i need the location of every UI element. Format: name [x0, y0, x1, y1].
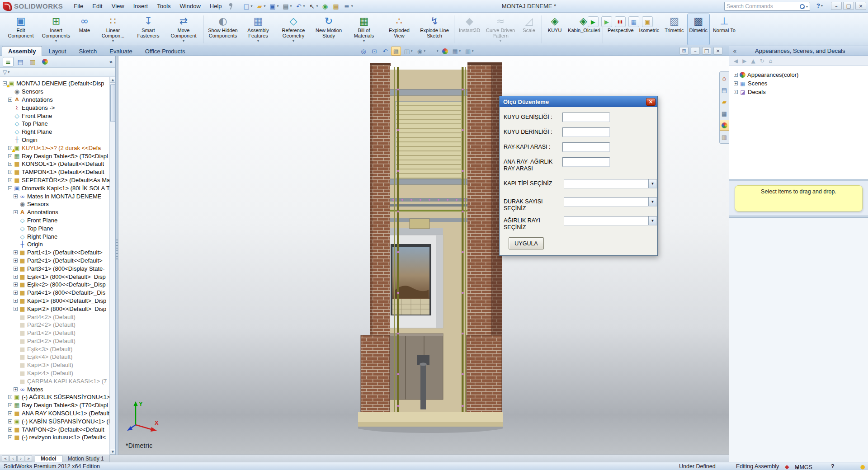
tree-item[interactable]: + TAMPON<1> (Default<<Default: [0, 168, 109, 176]
menu-item[interactable]: Insert: [129, 0, 153, 12]
tree-item[interactable]: Sensors: [0, 88, 109, 96]
field-input[interactable]: [562, 142, 610, 152]
playback-button[interactable]: [601, 16, 612, 27]
field-select[interactable]: ▼: [564, 197, 657, 207]
tree-item[interactable]: + (-) revizyon kutusu<1> (Default<: [0, 433, 109, 442]
select-dropdown-button[interactable]: ▼: [648, 216, 656, 225]
quick-toolbar-button[interactable]: ▾: [342, 1, 354, 11]
help-button[interactable]: ?▾: [816, 2, 823, 9]
tree-item[interactable]: Eşik<4> (Default): [0, 353, 109, 361]
tree-expander[interactable]: +: [14, 307, 18, 311]
ribbon-button[interactable]: KUYU ▾: [544, 14, 565, 45]
tree-expander[interactable]: +: [14, 210, 18, 214]
ribbon-button[interactable]: Linear Compon... ▾: [96, 14, 130, 45]
tree-item[interactable]: Right Plane: [0, 128, 109, 136]
ribbon-button[interactable]: ▾: [542, 15, 542, 43]
scroll-up-arrow[interactable]: ▲: [110, 77, 116, 83]
tree-item[interactable]: + Part2<1> (Default<<Default>: [0, 257, 109, 265]
heads-up-button[interactable]: ▾: [415, 47, 427, 56]
tab-motion-study[interactable]: Motion Study 1: [62, 455, 110, 462]
task-pane-tab[interactable]: [720, 132, 729, 142]
pin-menus-icon[interactable]: [228, 3, 234, 10]
tree-expander[interactable]: −: [3, 81, 7, 85]
pane-toolbar-button[interactable]: [760, 58, 764, 64]
tree-item[interactable]: − Otomatik Kapi<1> (80LİK SOLA T: [0, 184, 109, 192]
tree-expander[interactable]: +: [8, 435, 12, 439]
quick-toolbar-button[interactable]: ▾: [281, 1, 293, 11]
tree-item[interactable]: Top Plane: [0, 224, 109, 232]
tree-expander[interactable]: +: [14, 250, 18, 254]
tree-item[interactable]: Origin: [0, 240, 109, 249]
playback-button[interactable]: [615, 16, 626, 27]
tree-expander[interactable]: +: [8, 419, 12, 423]
tree-expander[interactable]: +: [8, 98, 12, 102]
command-tab[interactable]: Sketch: [72, 46, 103, 56]
tree-item[interactable]: + KONSOL<1> (Default<<Default: [0, 160, 109, 168]
quick-toolbar-button[interactable]: ▾: [321, 1, 330, 11]
tree-item[interactable]: + ANA RAY KONSOLU<1> (Default: [0, 409, 109, 418]
tree-expander[interactable]: +: [14, 299, 18, 303]
scroll-down-arrow[interactable]: ▼: [110, 449, 116, 455]
tree-expander[interactable]: +: [8, 154, 12, 158]
expand-panel-button[interactable]: »: [109, 58, 113, 65]
tree-item[interactable]: + KUYU<1>->? (2 durak <<Defa: [0, 144, 109, 152]
tree-item[interactable]: + Part4<1> (800<<Default>_Dis: [0, 289, 109, 297]
ribbon-button[interactable]: Normal To ▾: [711, 14, 738, 45]
menu-item[interactable]: View: [107, 0, 129, 12]
tree-expander[interactable]: −: [8, 186, 12, 190]
ribbon-button[interactable]: Show Hidden Components ▾: [206, 14, 240, 45]
ribbon-button[interactable]: Trimetric ▾: [662, 14, 686, 45]
tree-expander[interactable]: +: [8, 146, 12, 150]
tree-item[interactable]: Front Plane: [0, 216, 109, 225]
elevator-assembly-model[interactable]: [358, 62, 503, 437]
dialog-close-button[interactable]: [646, 98, 656, 106]
tree-item[interactable]: Kapi<4> (Default): [0, 369, 109, 377]
tree-scrollbar[interactable]: ▲ ▼: [109, 77, 115, 455]
heads-up-button[interactable]: ▾: [359, 47, 368, 56]
ribbon-button[interactable]: Edit Component ▾: [4, 14, 38, 45]
quick-toolbar-button[interactable]: ▾: [255, 1, 267, 11]
help-icon[interactable]: ?: [831, 463, 835, 470]
select-dropdown-button[interactable]: ▼: [648, 179, 656, 188]
field-input[interactable]: [562, 127, 610, 137]
ribbon-button[interactable]: Bill of Materials ▾: [347, 14, 381, 45]
field-input[interactable]: [562, 113, 610, 122]
tree-item[interactable]: Part4<2> (Default): [0, 313, 109, 321]
chevron-down-icon[interactable]: ▾: [8, 70, 9, 74]
tree-item[interactable]: + SEPERATÖR<2> (Default<As Ma: [0, 176, 109, 184]
field-input[interactable]: [562, 157, 610, 167]
tree-item[interactable]: + (-) KABİN SÜSPANSİYONU<1> (D: [0, 417, 109, 425]
tree-item[interactable]: + Eşik<1> (800<<Default>_Disp: [0, 273, 109, 281]
command-tab[interactable]: Layout: [42, 46, 72, 56]
tree-item[interactable]: + TAMPON<2> (Default<<Default: [0, 425, 109, 433]
ribbon-button[interactable]: Insert Components ▾: [39, 14, 73, 45]
search-input[interactable]: [726, 3, 798, 9]
tree-item[interactable]: + Mates: [0, 385, 109, 393]
ribbon-button[interactable]: Instant3D ▾: [457, 14, 482, 45]
tree-expander[interactable]: +: [14, 275, 18, 279]
scrollbar-thumb[interactable]: [110, 84, 115, 122]
ribbon-button[interactable]: Scale ▾: [519, 14, 539, 45]
tree-expander[interactable]: +: [734, 81, 738, 85]
tree-expander[interactable]: +: [8, 178, 12, 182]
command-tab[interactable]: Assembly: [2, 46, 42, 56]
task-pane-tab[interactable]: [720, 108, 729, 119]
heads-up-button[interactable]: ▾: [463, 47, 475, 56]
tree-expander[interactable]: +: [8, 395, 12, 399]
playback-button[interactable]: [588, 16, 599, 27]
tree-expander[interactable]: +: [8, 403, 12, 407]
pane-tree-item[interactable]: + Decals: [734, 88, 868, 96]
ribbon-button[interactable]: Move Component ▾: [166, 14, 201, 45]
tree-item[interactable]: + Ray Design Table<5> (T50<Displ: [0, 152, 109, 160]
pane-toolbar-button[interactable]: [769, 58, 773, 64]
quick-toolbar-button[interactable]: ▾: [331, 1, 341, 11]
search-commands-box[interactable]: ▾: [724, 2, 810, 11]
select-dropdown-button[interactable]: ▼: [648, 197, 656, 206]
tree-item[interactable]: Origin: [0, 136, 109, 144]
pane-control-button[interactable]: [713, 47, 722, 55]
tab-nav-button[interactable]: [25, 456, 32, 461]
minimize-button[interactable]: [831, 2, 842, 10]
pane-control-button[interactable]: [679, 47, 689, 55]
menu-item[interactable]: Help: [205, 0, 226, 12]
tree-expander[interactable]: +: [14, 387, 18, 391]
